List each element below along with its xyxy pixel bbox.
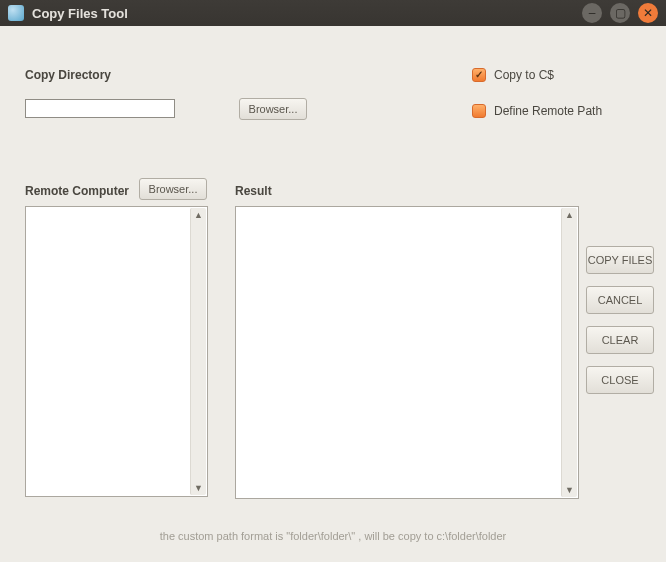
copy-directory-browse-button[interactable]: Browser... [239,98,307,120]
result-list[interactable]: ▲ ▼ [235,206,579,499]
window-maximize-button[interactable]: ▢ [610,3,630,23]
window-close-button[interactable]: ✕ [638,3,658,23]
close-button[interactable]: CLOSE [586,366,654,394]
remote-computer-list[interactable]: ▲ ▼ [25,206,208,497]
scrollbar[interactable]: ▲ ▼ [190,208,206,495]
remote-computer-browse-button[interactable]: Browser... [139,178,207,200]
footer-hint: the custom path format is "folder\folder… [0,530,666,542]
option-define-path-row: ✓ Define Remote Path [472,104,602,118]
copy-directory-label: Copy Directory [25,68,111,82]
clear-button[interactable]: CLEAR [586,326,654,354]
scrollbar-up-icon[interactable]: ▲ [562,208,577,222]
scrollbar-down-icon[interactable]: ▼ [191,481,206,495]
option-copy-cs-checkbox[interactable]: ✓ [472,68,486,82]
scrollbar[interactable]: ▲ ▼ [561,208,577,497]
option-copy-cs-row: ✓ Copy to C$ [472,68,554,82]
result-label: Result [235,184,272,198]
window-title: Copy Files Tool [32,6,128,21]
copy-directory-input[interactable] [25,99,175,118]
minimize-icon: – [589,6,596,20]
cancel-button[interactable]: CANCEL [586,286,654,314]
copy-files-button[interactable]: COPY FILES [586,246,654,274]
option-define-path-checkbox[interactable]: ✓ [472,104,486,118]
remote-computer-label: Remote Computer [25,184,129,198]
option-define-path-label: Define Remote Path [494,104,602,118]
app-icon [8,5,24,21]
maximize-icon: ▢ [615,6,626,20]
client-area: Copy Directory Browser... ✓ Copy to C$ ✓… [0,26,666,562]
window-minimize-button[interactable]: – [582,3,602,23]
scrollbar-up-icon[interactable]: ▲ [191,208,206,222]
check-icon: ✓ [475,70,483,80]
titlebar: Copy Files Tool – ▢ ✕ [0,0,666,26]
action-button-column: COPY FILES CANCEL CLEAR CLOSE [586,246,654,406]
close-icon: ✕ [643,6,653,20]
option-copy-cs-label: Copy to C$ [494,68,554,82]
scrollbar-down-icon[interactable]: ▼ [562,483,577,497]
